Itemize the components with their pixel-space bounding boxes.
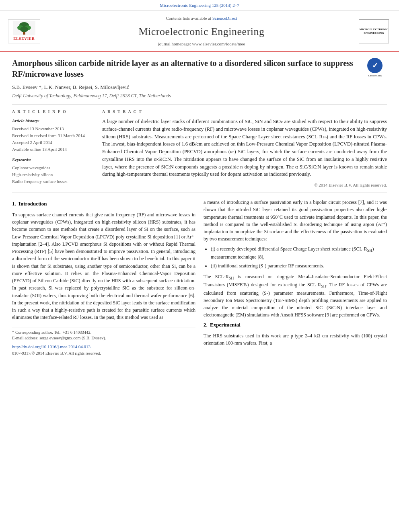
article-info-label: A R T I C L E I N F O [12,109,93,115]
abstract-label: A B S T R A C T [102,109,387,115]
crossmark-badge[interactable]: ✓ CrossMark [363,58,387,78]
copyright: © 2014 Elsevier B.V. All rights reserved… [102,182,387,189]
available-date: Available online 13 April 2014 [12,146,93,153]
journal-title-block: Contents lists available at ScienceDirec… [44,15,359,47]
bullet-item-2: (ii) traditional scattering (S-) paramet… [211,262,387,269]
revised-date: Received in revised form 31 March 2014 [12,133,93,139]
footnotes: * Corresponding author. Tel.: +31 6 1403… [12,327,195,357]
doi-link[interactable]: http://dx.doi.org/10.1016/j.mee.2014.04.… [12,344,90,349]
journal-icon: MICROELECTRONIC ENGINEERING [359,19,389,43]
keyword-3: Radio-frequency surface losses [12,179,93,185]
divider-2 [12,193,387,193]
keywords-label: Keywords: [12,157,93,163]
abstract-text: A large number of dielectric layer stack… [102,118,387,178]
journal-homepage-url: journal homepage: www.elsevier.com/locat… [44,41,359,47]
intro-paragraph: To suppress surface channel currents tha… [12,211,195,321]
body-right-column: a means of introducing a surface passiva… [204,199,387,356]
affiliation: Delft University of Technology, Feldmann… [12,92,387,99]
bullet-item-1: (i) a recently developed differential Sp… [211,245,387,261]
journal-logo-box: MICROELECTRONIC ENGINEERING [359,19,391,43]
divider-1 [12,105,387,105]
body-left-column: 1. Introduction To suppress surface chan… [12,199,195,356]
intro-right-para2: The SCL-RSH is measured on ring-gate Met… [204,273,387,319]
experimental-para: The HRS substrates used in this work are… [204,332,387,347]
issn-notice: 0167-9317/© 2014 Elsevier B.V. All right… [12,351,195,357]
article-history-label: Article history: [12,118,93,124]
received-date: Received 13 November 2013 [12,126,93,132]
journal-reference: Microelectronic Engineering 125 (2014) 2… [0,0,399,10]
svg-point-4 [20,27,28,32]
svg-rect-5 [23,32,25,35]
article-body: Amorphous silicon carbide nitride layer … [0,52,399,365]
journal-name: Microelectronic Engineering [44,24,359,39]
authors-line: S.B. Evseev *, L.K. Nanver, B. Rejaei, S… [12,84,387,91]
crossmark-label: CrossMark [368,74,382,78]
abstract-column: A B S T R A C T A large number of dielec… [102,109,387,189]
measurement-techniques-list: (i) a recently developed differential Sp… [211,245,387,270]
body-columns: 1. Introduction To suppress surface chan… [12,199,387,356]
article-title: Amorphous silicon carbide nitride layer … [12,58,387,80]
article-info-column: A R T I C L E I N F O Article history: R… [12,109,93,189]
sciencedirect-link[interactable]: Contents lists available at ScienceDirec… [44,15,359,22]
keyword-1: Coplanar waveguides [12,165,93,171]
footnote-star: * Corresponding author. Tel.: +31 6 1403… [12,330,195,336]
section2-heading: 2. Experimental [204,321,387,329]
info-abstract-row: A R T I C L E I N F O Article history: R… [12,109,387,189]
section1-heading: 1. Introduction [12,200,195,208]
elsevier-branding: ELSEVIER [8,19,44,43]
sciencedirect-anchor[interactable]: ScienceDirect [212,16,237,21]
accepted-date: Accepted 2 April 2014 [12,140,93,146]
crossmark-icon: ✓ [367,58,383,73]
elsevier-wordmark: ELSEVIER [13,36,35,41]
elsevier-logo: ELSEVIER [8,19,40,43]
journal-header: ELSEVIER Contents lists available at Sci… [0,10,399,52]
footnote-email: E-mail address: serge.evseev@gmx.com (S.… [12,335,195,341]
keyword-2: High-resistivity silicon [12,172,93,178]
intro-right-para1: a means of introducing a surface passiva… [204,199,387,242]
